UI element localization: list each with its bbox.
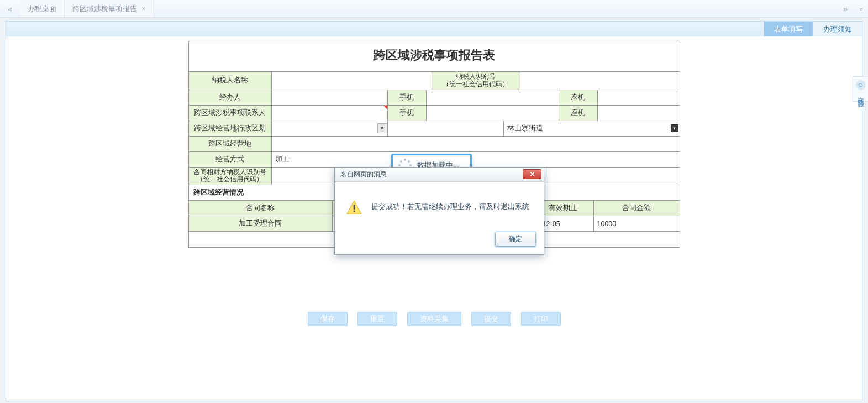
label-mobile-2: 手机	[388, 106, 427, 121]
print-button[interactable]: 打印	[521, 312, 561, 326]
field-admin-div-street[interactable]: 林山寨街道 ▼	[504, 121, 680, 136]
label-agent: 经办人	[189, 90, 272, 105]
tab-cross-region-report[interactable]: 跨区域涉税事项报告 ×	[65, 0, 154, 17]
label-mobile: 手机	[388, 90, 427, 105]
save-button[interactable]: 保存	[308, 312, 348, 326]
subtab-form-fill[interactable]: 表单填写	[764, 22, 813, 36]
dialog-message: 提交成功！若无需继续办理业务，请及时退出系统	[371, 200, 529, 212]
label-counterparty-id: 合同相对方纳税人识别号 （统一社会信用代码）	[189, 168, 272, 185]
btn-label: 保存	[320, 315, 335, 323]
btn-label: 打印	[534, 315, 548, 323]
window-restore-icon[interactable]: ▫	[858, 4, 865, 13]
dialog-body: 提交成功！若无需继续办理业务，请及时退出系统	[335, 182, 544, 226]
chevron-down-icon[interactable]: ▼	[671, 124, 678, 132]
subtab-label: 表单填写	[774, 24, 803, 34]
subtab-group: 表单填写 办理须知	[764, 22, 862, 36]
chevron-down-icon[interactable]: ▼	[377, 123, 387, 133]
label-taxpayer-name: 纳税人名称	[189, 72, 272, 90]
contract-amount-value-cell[interactable]: 10000	[594, 216, 680, 231]
label-admin-div: 跨区域经营地行政区划	[189, 121, 272, 136]
field-cross-landline[interactable]	[598, 106, 680, 121]
field-admin-div-2[interactable]	[388, 121, 504, 136]
row-agent: 经办人 手机 座机	[189, 90, 680, 106]
tab-label: 办税桌面	[28, 4, 56, 14]
help-label: 在线客服	[856, 92, 864, 97]
form-title: 跨区域涉税事项报告表	[189, 41, 680, 72]
label-biz-mode: 经营方式	[189, 152, 272, 167]
field-taxpayer-id[interactable]	[520, 72, 680, 90]
dialog-close-button[interactable]: ✕	[523, 169, 541, 179]
admin-street-value: 林山寨街道	[507, 124, 543, 133]
message-dialog: 来自网页的消息 ✕ 提交成功！若无需继续办理业务，请及时退出系统 确定	[334, 167, 544, 255]
reset-button[interactable]: 重置	[357, 312, 397, 326]
tab-desktop[interactable]: 办税桌面	[20, 0, 65, 17]
tab-label: 跨区域涉税事项报告	[72, 4, 137, 14]
svg-rect-1	[354, 205, 355, 209]
row-admin-div: 跨区域经营地行政区划 ▼ 林山寨街道 ▼	[189, 121, 680, 137]
ok-label: 确定	[509, 235, 522, 243]
field-cross-contact[interactable]	[272, 106, 388, 121]
tabbar-scroll-left[interactable]: «	[0, 0, 20, 17]
top-tabbar: « 办税桌面 跨区域涉税事项报告 × » ▫	[0, 0, 868, 18]
field-admin-div-1[interactable]: ▼	[272, 121, 388, 136]
close-icon[interactable]: ×	[141, 4, 146, 13]
dialog-footer: 确定	[335, 226, 544, 254]
subtab-notice[interactable]: 办理须知	[813, 22, 862, 36]
main-canvas: 跨区域涉税事项报告表 纳税人名称 纳税人识别号 （统一社会信用代码） 经办人 手…	[6, 36, 862, 401]
btn-label: 重置	[370, 315, 385, 323]
avatar-icon: ☺	[856, 80, 866, 90]
close-icon: ✕	[530, 171, 535, 178]
row-cross-contact: 跨区域涉税事项联系人 手机 座机	[189, 106, 680, 121]
svg-rect-2	[354, 211, 355, 212]
online-help-tab[interactable]: ☺ 在线客服	[853, 76, 868, 102]
tabbar-scroll-right[interactable]: »	[841, 4, 850, 13]
field-biz-place[interactable]	[272, 137, 680, 151]
field-cross-mobile[interactable]	[427, 106, 559, 121]
label-contract-amount: 合同金额	[594, 201, 680, 216]
dialog-titlebar[interactable]: 来自网页的消息 ✕	[335, 168, 544, 182]
label-taxpayer-id: 纳税人识别号 （统一社会信用代码）	[432, 72, 520, 90]
field-agent[interactable]	[272, 90, 388, 105]
label-cross-contact: 跨区域涉税事项联系人	[189, 106, 272, 121]
chevron-left-icon: «	[8, 4, 12, 13]
btn-label: 提交	[484, 315, 498, 323]
contract-amount-value: 10000	[597, 220, 617, 228]
contract-name-value-cell: 加工受理合同	[189, 216, 333, 231]
row-taxpayer: 纳税人名称 纳税人识别号 （统一社会信用代码）	[189, 72, 680, 90]
row-biz-place: 跨区域经营地	[189, 137, 680, 152]
btn-label: 资料采集	[420, 315, 449, 323]
label-landline: 座机	[559, 90, 598, 105]
subtab-label: 办理须知	[823, 24, 852, 34]
dialog-title-text: 来自网页的消息	[340, 170, 387, 179]
label-contract-name: 合同名称	[189, 201, 333, 216]
contract-name-value: 加工受理合同	[239, 219, 282, 228]
sub-header: 表单填写 办理须知	[6, 21, 862, 36]
footer-buttons: 保存 重置 资料采集 提交 打印	[6, 312, 862, 326]
window-controls: » ▫	[841, 0, 865, 17]
dialog-ok-button[interactable]: 确定	[495, 232, 536, 247]
field-biz-mode[interactable]: 加工	[272, 152, 680, 167]
field-agent-mobile[interactable]	[427, 90, 559, 105]
collect-button[interactable]: 资料采集	[407, 312, 461, 326]
label-biz-place: 跨区域经营地	[189, 137, 272, 151]
label-landline-2: 座机	[559, 106, 598, 121]
field-taxpayer-name[interactable]	[272, 72, 432, 90]
biz-mode-value: 加工	[275, 155, 290, 164]
warning-icon	[346, 200, 362, 216]
field-agent-landline[interactable]	[598, 90, 680, 105]
submit-button[interactable]: 提交	[471, 312, 511, 326]
